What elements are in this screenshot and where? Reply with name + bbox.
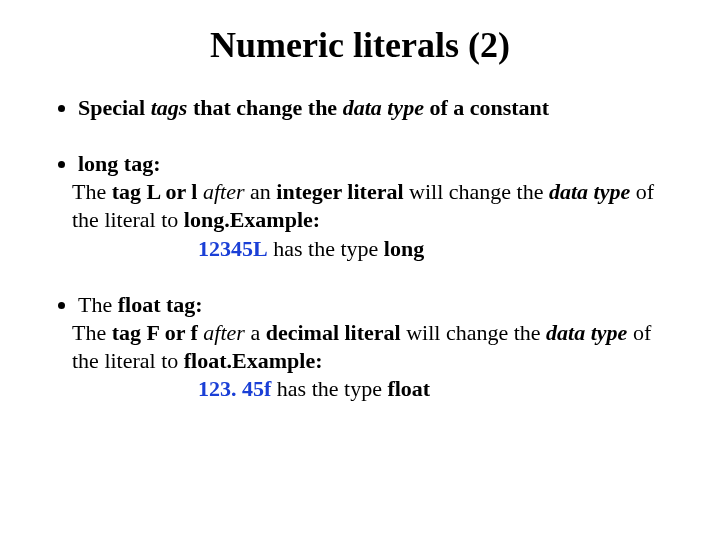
text: data type: [343, 95, 424, 120]
text: will change the: [401, 320, 546, 345]
text: float.: [184, 348, 232, 373]
bullet-body: The tag F or f after a decimal literal w…: [72, 319, 670, 375]
text: data type: [549, 179, 630, 204]
text: The: [72, 179, 112, 204]
bullet-body: The tag L or l after an integer literal …: [72, 178, 670, 234]
text: that change the: [187, 95, 342, 120]
text: decimal literal: [266, 320, 401, 345]
bullet-special-tags: Special tags that change the data type o…: [78, 94, 670, 122]
code-literal: 123. 45f: [198, 376, 271, 401]
text: Example:: [232, 348, 322, 373]
text: The: [78, 292, 118, 317]
text: tag L or l: [112, 179, 203, 204]
text: The: [72, 320, 112, 345]
text: long: [384, 236, 424, 261]
bullet-list: Special tags that change the data type o…: [50, 94, 670, 403]
example-long: 12345L has the type long: [198, 235, 670, 263]
example-float: 123. 45f has the type float: [198, 375, 670, 403]
slide-title: Numeric literals (2): [50, 24, 670, 66]
text: data type: [546, 320, 627, 345]
text: float: [387, 376, 430, 401]
bullet-float-tag: The float tag: The tag F or f after a de…: [78, 291, 670, 404]
code-literal: 12345L: [198, 236, 268, 261]
bullet-long-tag: long tag: The tag L or l after an intege…: [78, 150, 670, 263]
text: will change the: [404, 179, 549, 204]
text: Example:: [230, 207, 320, 232]
text: long.: [184, 207, 230, 232]
slide: Numeric literals (2) Special tags that c…: [0, 0, 720, 540]
text: long tag:: [78, 151, 161, 176]
text: after: [203, 320, 245, 345]
text: after: [203, 179, 245, 204]
text: a: [245, 320, 266, 345]
text: has the type: [271, 376, 387, 401]
text: of a constant: [424, 95, 549, 120]
text: an: [245, 179, 277, 204]
text: has the type: [268, 236, 384, 261]
text: tags: [151, 95, 188, 120]
text: Special: [78, 95, 151, 120]
text: integer literal: [276, 179, 403, 204]
text: tag F or f: [112, 320, 204, 345]
text: float tag:: [118, 292, 203, 317]
